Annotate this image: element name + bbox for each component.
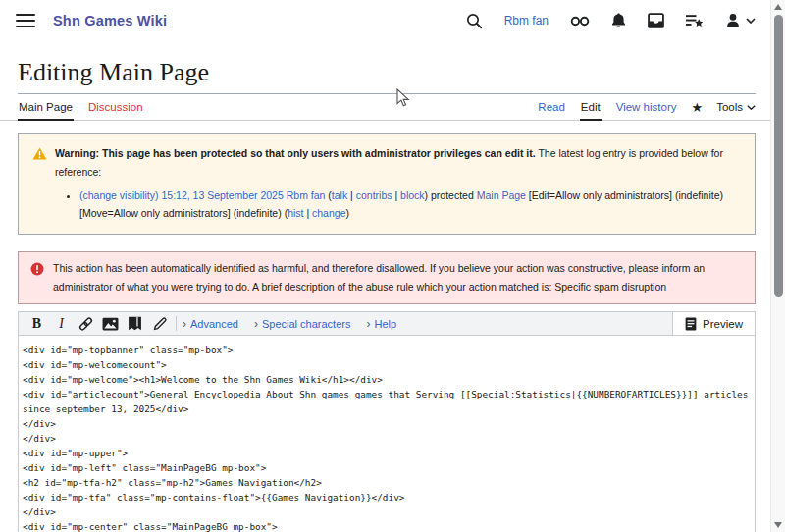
preview-label: Preview	[703, 318, 743, 330]
bold-button[interactable]: B	[25, 313, 49, 335]
warning-text: Warning: This page has been protected so…	[55, 144, 739, 182]
log-link[interactable]: change	[312, 207, 345, 219]
watchlist-icon[interactable]	[686, 14, 704, 28]
tools-chevron-icon	[747, 105, 756, 110]
log-link[interactable]: hist	[288, 207, 303, 219]
image-icon[interactable]	[98, 313, 123, 335]
warning-triangle-icon	[32, 147, 47, 182]
protection-log: (change visibility) 15:12, 13 September …	[79, 186, 739, 222]
toolbar-separator	[176, 316, 177, 331]
special-characters-section-toggle[interactable]: ›Special characters	[254, 317, 351, 331]
scrollbar-thumb[interactable]	[774, 15, 783, 297]
scroll-down-arrow-icon[interactable]	[774, 522, 782, 528]
log-text: |	[347, 189, 356, 201]
log-link[interactable]: (change visibility)	[79, 189, 159, 201]
tools-menu[interactable]: Tools	[716, 94, 756, 120]
tab-main-page[interactable]: Main Page	[18, 94, 74, 121]
advanced-label: Advanced	[190, 318, 238, 330]
bell-icon[interactable]	[611, 13, 626, 28]
infinity-icon[interactable]	[570, 14, 590, 28]
browser-viewport: Shn Games Wiki Rbm fan	[0, 0, 785, 532]
wikitext-editor[interactable]: <div id="mp-topbanner" class="mp-box"> <…	[19, 336, 755, 532]
abusefilter-error-text: This action has been automatically ident…	[53, 259, 741, 296]
reference-book-icon[interactable]	[123, 313, 147, 335]
namespace-tabs: Main Page Discussion	[18, 94, 144, 120]
log-link[interactable]: Rbm fan	[287, 189, 326, 201]
user-avatar-icon	[725, 13, 741, 28]
link-icon[interactable]	[74, 313, 98, 335]
inbox-tray-icon[interactable]	[648, 13, 664, 28]
user-menu[interactable]	[725, 13, 756, 28]
preview-page-icon	[685, 317, 697, 331]
username-link[interactable]: Rbm fan	[504, 14, 549, 27]
wiki-wordmark[interactable]: Shn Games Wiki	[53, 13, 167, 28]
abusefilter-error-box: This action has been automatically ident…	[18, 251, 756, 304]
help-label: Help	[374, 318, 396, 330]
search-icon[interactable]	[466, 13, 483, 29]
help-section-toggle[interactable]: ›Help	[366, 317, 396, 331]
page-title: Editing Main Page	[18, 57, 756, 94]
hamburger-menu-icon[interactable]	[16, 13, 35, 28]
protection-warning-box: Warning: This page has been protected so…	[18, 133, 756, 235]
log-link[interactable]: talk	[332, 189, 347, 201]
preview-button[interactable]: Preview	[672, 312, 755, 335]
wikieditor: B I ›Advanced ›Special characters ›Help …	[18, 311, 756, 532]
log-text: |	[392, 189, 401, 201]
italic-button[interactable]: I	[49, 313, 74, 335]
view-tabs: Read Edit View history ★ Tools	[537, 94, 756, 120]
log-text: |	[303, 207, 312, 219]
section-chevron-icon: ›	[366, 317, 370, 331]
tab-discussion[interactable]: Discussion	[87, 94, 144, 121]
tab-view-history[interactable]: View history	[615, 94, 678, 121]
site-header: Shn Games Wiki Rbm fan	[0, 0, 785, 41]
protection-log-entry: (change visibility) 15:12, 13 September …	[79, 186, 739, 222]
log-link[interactable]: block	[400, 189, 425, 201]
log-link[interactable]: 15:12, 13 September 2025	[161, 189, 283, 201]
tab-read[interactable]: Read	[537, 94, 566, 121]
log-link[interactable]: Main Page	[477, 189, 526, 201]
log-text: ) protected	[425, 189, 477, 201]
tools-label: Tools	[716, 101, 743, 113]
watch-star-icon[interactable]: ★	[691, 94, 703, 120]
scroll-up-arrow-icon[interactable]	[774, 4, 782, 10]
edit-toolbar: B I ›Advanced ›Special characters ›Help …	[19, 312, 755, 336]
section-chevron-icon: ›	[183, 317, 186, 331]
tab-edit[interactable]: Edit	[580, 94, 602, 121]
chevron-down-icon	[746, 18, 756, 24]
header-actions: Rbm fan	[466, 13, 756, 29]
section-chevron-icon: ›	[254, 317, 258, 331]
page-tabs: Main Page Discussion Read Edit View hist…	[0, 94, 785, 121]
warning-text-bold: Warning: This page has been protected so…	[55, 147, 536, 159]
signature-pencil-icon[interactable]	[147, 313, 172, 335]
log-text: )	[345, 207, 349, 219]
error-circle-icon	[30, 262, 44, 296]
window-scrollbar[interactable]	[770, 0, 785, 532]
special-characters-label: Special characters	[262, 318, 351, 330]
log-link[interactable]: contribs	[356, 189, 392, 201]
advanced-section-toggle[interactable]: ›Advanced	[183, 317, 238, 331]
